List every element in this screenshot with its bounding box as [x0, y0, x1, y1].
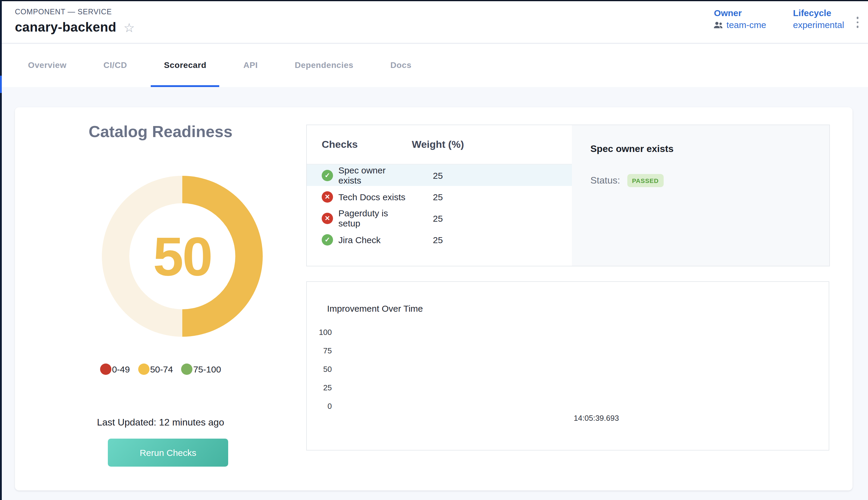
gauge-section: Catalog Readiness 50 0-4950-7475-100 Las… [15, 107, 306, 490]
checks-column-header: Checks [307, 138, 408, 150]
y-axis-tick: 50 [307, 360, 332, 378]
check-name: Pagerduty is setup [338, 208, 408, 228]
owner-block: Owner team-cme [714, 8, 766, 30]
left-edge-accent [0, 76, 2, 93]
legend-item: 0-49 [100, 364, 130, 375]
check-weight: 25 [408, 192, 468, 202]
page-title: canary-backend [15, 20, 116, 35]
lifecycle-label: Lifecycle [793, 8, 844, 18]
status-badge: PASSED [627, 174, 664, 187]
legend-dot-icon [100, 364, 112, 375]
check-detail-title: Spec owner exists [590, 144, 815, 154]
kebab-menu-icon[interactable] [854, 14, 861, 30]
owner-link[interactable]: team-cme [727, 20, 766, 30]
legend-label: 50-74 [150, 364, 173, 374]
tab-overview[interactable]: Overview [15, 44, 80, 87]
check-pass-icon: ✓ [322, 170, 333, 181]
tab-scorecard[interactable]: Scorecard [151, 44, 220, 87]
check-name: Tech Docs exists [338, 192, 405, 202]
owner-label: Owner [714, 8, 766, 18]
people-icon [714, 21, 723, 28]
window-left-edge [0, 0, 2, 500]
tab-dependencies[interactable]: Dependencies [281, 44, 366, 87]
check-row[interactable]: ✕Pagerduty is setup25 [307, 207, 572, 229]
y-axis-tick: 0 [307, 397, 332, 416]
checks-panel: Checks Weight (%) ✓Spec owner exists25✕T… [306, 125, 830, 266]
check-fail-icon: ✕ [322, 213, 333, 224]
status-label: Status: [590, 175, 620, 186]
app-window: COMPONENT — SERVICE canary-backend ☆ Own… [0, 0, 868, 500]
legend-item: 75-100 [182, 364, 221, 375]
entity-header: COMPONENT — SERVICE canary-backend ☆ Own… [0, 1, 868, 44]
legend-dot-icon [138, 364, 150, 375]
y-axis-tick: 100 [307, 323, 332, 341]
lifecycle-block: Lifecycle experimental [793, 8, 844, 30]
check-row[interactable]: ✓Jira Check25 [307, 229, 572, 250]
tab-docs[interactable]: Docs [378, 44, 425, 87]
scorecard-page: Catalog Readiness 50 0-4950-7475-100 Las… [0, 87, 868, 500]
checks-table: Checks Weight (%) ✓Spec owner exists25✕T… [307, 125, 572, 266]
chart-title: Improvement Over Time [327, 303, 423, 314]
legend-label: 0-49 [112, 364, 130, 374]
entity-tabs: OverviewCI/CDScorecardAPIDependenciesDoc… [0, 44, 868, 87]
check-weight: 25 [408, 235, 468, 245]
check-name: Jira Check [338, 235, 381, 245]
last-updated-text: Last Updated: 12 minutes ago [15, 417, 306, 428]
tab-ci-cd[interactable]: CI/CD [90, 44, 140, 87]
tab-api[interactable]: API [230, 44, 271, 87]
y-axis-tick: 25 [307, 378, 332, 397]
check-weight: 25 [408, 213, 468, 223]
weight-column-header: Weight (%) [408, 138, 468, 150]
legend-dot-icon [182, 364, 193, 375]
check-pass-icon: ✓ [322, 234, 333, 245]
window-top-edge [0, 0, 868, 1]
chart-x-axis-tick: 14:05:39.693 [555, 413, 638, 422]
check-weight: 25 [408, 170, 468, 180]
check-row[interactable]: ✓Spec owner exists25 [307, 164, 572, 186]
check-row[interactable]: ✕Tech Docs exists25 [307, 186, 572, 207]
lifecycle-value: experimental [793, 20, 844, 30]
y-axis-tick: 75 [307, 341, 332, 360]
score-legend: 0-4950-7475-100 [15, 364, 306, 375]
score-gauge: 50 [102, 176, 263, 337]
check-name: Spec owner exists [338, 165, 408, 185]
check-fail-icon: ✕ [322, 191, 333, 202]
chart-y-axis: 1007550250 [307, 323, 332, 416]
favorite-star-icon[interactable]: ☆ [124, 21, 135, 34]
checks-table-header: Checks Weight (%) [307, 125, 572, 164]
entity-kind-breadcrumb: COMPONENT — SERVICE [15, 8, 112, 16]
scorecard-title: Catalog Readiness [15, 123, 306, 141]
improvement-chart-panel: Improvement Over Time 1007550250 14:05:3… [306, 281, 829, 451]
score-value: 50 [153, 225, 212, 287]
check-detail-panel: Spec owner exists Status: PASSED [572, 125, 829, 266]
scorecard-card: Catalog Readiness 50 0-4950-7475-100 Las… [15, 107, 853, 490]
rerun-checks-button[interactable]: Rerun Checks [108, 439, 228, 467]
legend-item: 50-74 [138, 364, 173, 375]
legend-label: 75-100 [193, 364, 221, 374]
